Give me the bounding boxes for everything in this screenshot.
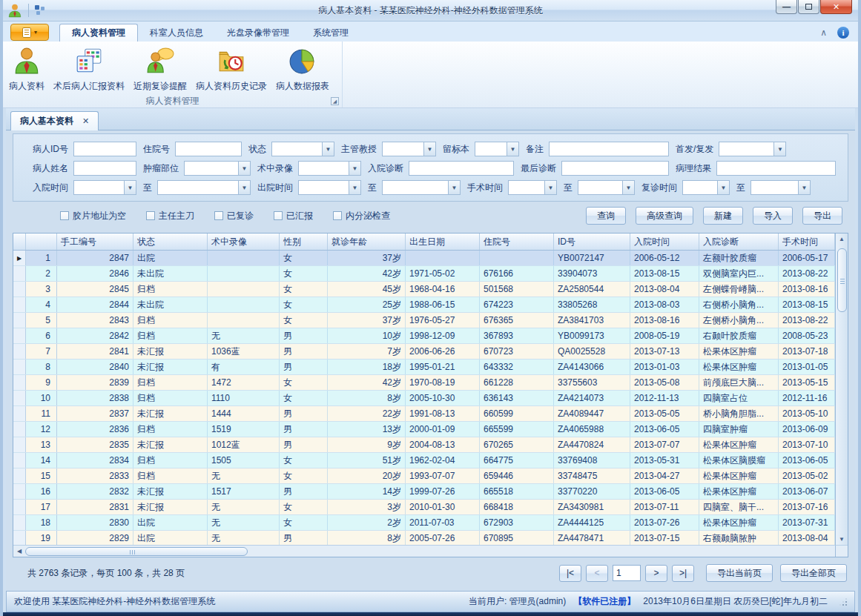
checkbox-box-icon[interactable]: [146, 211, 155, 220]
export-current-page-button[interactable]: 导出当前页: [706, 564, 773, 582]
scroll-up-icon[interactable]: ▲: [839, 234, 845, 245]
horizontal-scroll-thumb[interactable]: [25, 547, 248, 556]
dialog-launcher-icon[interactable]: ◢: [331, 97, 339, 105]
combo-dropdown-icon[interactable]: ▼: [349, 181, 360, 194]
filter-combo-手术时间[interactable]: ▼: [508, 180, 557, 195]
table-row[interactable]: 102838归档1110女8岁2005-10-30636143ZA4214073…: [13, 391, 835, 406]
checkbox-主任主刀[interactable]: 主任主刀: [146, 210, 194, 222]
column-header-性别[interactable]: 性别: [280, 234, 328, 250]
table-row[interactable]: 72841未汇报1036蓝男7岁2006-06-26670723QA002552…: [13, 344, 835, 360]
combo-dropdown-icon[interactable]: ▼: [544, 181, 556, 194]
combo-dropdown-icon[interactable]: ▼: [622, 181, 634, 194]
filter-input-备注[interactable]: [549, 142, 669, 156]
table-row[interactable]: 172831未汇报无女3岁2010-01-30668418ZA343098120…: [13, 500, 835, 515]
column-header-状态[interactable]: 状态: [133, 234, 208, 250]
table-row[interactable]: 122836归档1519男13岁2000-01-09665599ZA406598…: [13, 422, 835, 437]
column-header-就诊年龄[interactable]: 就诊年龄: [328, 234, 406, 250]
table-row[interactable]: 52843归档女37岁1976-05-27676365ZA38417032013…: [13, 313, 835, 328]
scroll-left-icon[interactable]: ◀: [13, 548, 25, 554]
column-header-术中录像[interactable]: 术中录像: [208, 234, 280, 250]
column-header-住院号[interactable]: 住院号: [480, 234, 554, 250]
ribbon-tab-1[interactable]: 病人资料管理: [59, 24, 138, 42]
table-row[interactable]: 82840未汇报有男18岁1995-01-21643332ZA414306620…: [13, 360, 835, 375]
vertical-scrollbar[interactable]: ▲ ▼: [835, 234, 848, 545]
filter-combo-至[interactable]: ▼: [578, 180, 635, 195]
prev-page-button[interactable]: <: [586, 565, 608, 582]
table-row[interactable]: ▶12847出院女37岁YB00721472006-05-12左额叶胶质瘤200…: [13, 251, 835, 266]
column-header-手工编号[interactable]: 手工编号: [57, 234, 133, 250]
table-row[interactable]: 112837未汇报1444男22岁1991-08-13660599ZA40894…: [13, 406, 835, 422]
filter-input-入院诊断[interactable]: [409, 161, 514, 176]
filter-combo-至[interactable]: ▼: [157, 180, 251, 195]
checkbox-box-icon[interactable]: [274, 211, 283, 220]
action-button-导入[interactable]: 导入: [753, 207, 793, 225]
registered-badge[interactable]: 【软件已注册】: [573, 595, 636, 608]
combo-dropdown-icon[interactable]: ▼: [238, 162, 250, 175]
filter-combo-主管教授[interactable]: ▼: [382, 142, 436, 156]
action-button-导出[interactable]: 导出: [802, 207, 842, 225]
filter-combo-至[interactable]: ▼: [751, 180, 811, 195]
checkbox-内分泌检查[interactable]: 内分泌检查: [333, 210, 390, 222]
filter-input-病人姓名[interactable]: [73, 161, 136, 176]
table-row[interactable]: 152833归档无女20岁1993-07-0765944633748475201…: [13, 468, 835, 484]
table-row[interactable]: 32845归档女45岁1968-04-16501568ZA25805442013…: [13, 282, 835, 297]
combo-dropdown-icon[interactable]: ▼: [773, 142, 785, 156]
ribbon-button-history-folder[interactable]: 病人资料历史记录: [191, 44, 271, 94]
close-button[interactable]: ✕: [820, 0, 852, 14]
table-row[interactable]: 42844未出院女25岁1988-06-15674223338052682013…: [13, 297, 835, 313]
filter-combo-入院时间[interactable]: ▼: [73, 180, 136, 195]
filter-input-最后诊断[interactable]: [561, 161, 669, 176]
combo-dropdown-icon[interactable]: ▼: [124, 181, 136, 194]
ribbon-button-revisit-reminder[interactable]: 近期复诊提醒: [129, 44, 191, 94]
filter-combo-复诊时间[interactable]: ▼: [682, 180, 730, 195]
combo-dropdown-icon[interactable]: ▼: [717, 181, 729, 194]
ribbon-tab-2[interactable]: 科室人员信息: [138, 24, 215, 42]
table-row[interactable]: 22846未出院女42岁1971-05-02676166339040732013…: [13, 266, 835, 282]
combo-dropdown-icon[interactable]: ▼: [423, 142, 435, 156]
combo-dropdown-icon[interactable]: ▼: [507, 142, 518, 156]
vertical-scroll-thumb[interactable]: [837, 248, 847, 312]
application-menu-button[interactable]: ▾: [10, 24, 49, 41]
table-row[interactable]: 62842归档无男10岁1998-12-09367893YB0099173200…: [13, 328, 835, 344]
checkbox-box-icon[interactable]: [333, 211, 342, 220]
tab-patient-basic-data[interactable]: 病人基本资料 ✕: [10, 111, 99, 130]
checkbox-已复诊[interactable]: 已复诊: [214, 210, 254, 222]
minimize-button[interactable]: —: [776, 0, 797, 14]
action-button-查询[interactable]: 查询: [586, 207, 626, 225]
filter-input-住院号[interactable]: [175, 142, 242, 156]
export-all-pages-button[interactable]: 导出全部页: [780, 564, 847, 582]
next-page-button[interactable]: >: [645, 565, 667, 582]
filter-combo-肿瘤部位[interactable]: ▼: [184, 161, 251, 176]
column-header-入院诊断[interactable]: 入院诊断: [699, 234, 779, 250]
table-row[interactable]: 182830出院无女2岁2011-07-03672903ZA4444125201…: [13, 515, 835, 531]
table-row[interactable]: 132835未汇报1012蓝男9岁2004-08-13670265ZA44708…: [13, 437, 835, 453]
filter-input-病人ID号[interactable]: [73, 142, 136, 156]
info-icon[interactable]: i: [837, 27, 849, 39]
column-header-入院时间[interactable]: 入院时间: [630, 234, 699, 250]
combo-dropdown-icon[interactable]: ▼: [448, 181, 460, 194]
checkbox-已汇报[interactable]: 已汇报: [274, 210, 313, 222]
column-header-出生日期[interactable]: 出生日期: [406, 234, 480, 250]
ribbon-button-postop-report[interactable]: 术后病人汇报资料: [49, 44, 129, 94]
filter-combo-留标本[interactable]: ▼: [475, 142, 519, 156]
checkbox-box-icon[interactable]: [214, 211, 223, 220]
combo-dropdown-icon[interactable]: ▼: [349, 162, 360, 175]
collapse-ribbon-icon[interactable]: ∧: [820, 29, 827, 36]
filter-input-病理结果[interactable]: [716, 161, 836, 176]
last-page-button[interactable]: >|: [672, 565, 694, 582]
table-row[interactable]: 92839归档1472女42岁1970-08-19661228337556032…: [13, 375, 835, 391]
first-page-button[interactable]: |<: [559, 565, 581, 582]
combo-dropdown-icon[interactable]: ▼: [238, 181, 250, 194]
checkbox-box-icon[interactable]: [60, 211, 69, 220]
action-button-新建[interactable]: 新建: [703, 207, 743, 225]
table-row[interactable]: 142834归档1505女51岁1962-02-0466477533769408…: [13, 453, 835, 468]
combo-dropdown-icon[interactable]: ▼: [322, 142, 334, 156]
combo-dropdown-icon[interactable]: ▼: [798, 181, 810, 194]
maximize-button[interactable]: [798, 0, 819, 14]
ribbon-tab-3[interactable]: 光盘录像带管理: [215, 24, 301, 42]
scroll-down-icon[interactable]: ▼: [839, 534, 845, 545]
ribbon-button-data-report[interactable]: 病人数据报表: [271, 44, 334, 94]
filter-combo-至[interactable]: ▼: [382, 180, 461, 195]
table-row[interactable]: 162832未汇报1517男14岁1999-07-266655183377022…: [13, 484, 835, 500]
page-number-input[interactable]: [613, 565, 641, 581]
